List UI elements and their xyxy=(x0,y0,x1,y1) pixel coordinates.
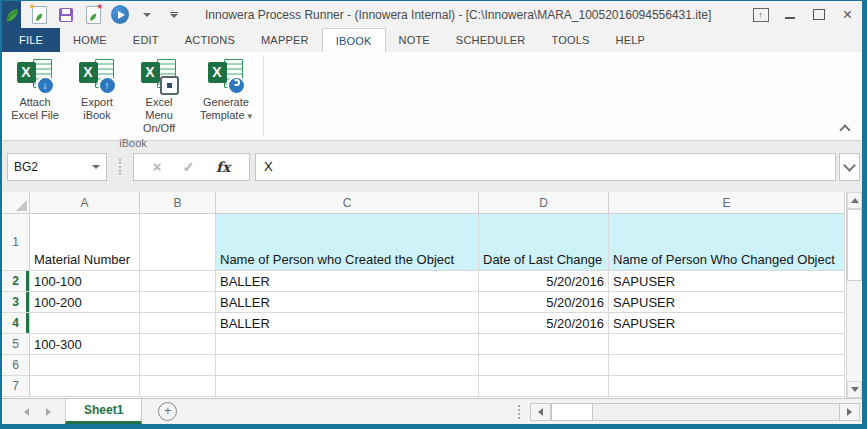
scroll-up-button[interactable] xyxy=(847,192,862,209)
cell-c7[interactable] xyxy=(216,376,479,397)
cell-d1[interactable]: Date of Last Change xyxy=(479,214,609,271)
button-label: Export xyxy=(81,96,113,108)
tab-mapper[interactable]: MAPPER xyxy=(248,28,322,52)
confirm-entry-button[interactable]: ✓ xyxy=(183,159,195,175)
insert-function-button[interactable]: fx xyxy=(216,159,230,175)
cell-a5[interactable]: 100-300 xyxy=(30,334,140,355)
close-button[interactable]: × xyxy=(833,2,862,27)
upload-arrow-icon: ↑ xyxy=(98,76,117,95)
ribbon-display-options-button[interactable]: ↑ xyxy=(746,2,775,27)
cell-d7[interactable] xyxy=(479,376,609,397)
row-header-7[interactable]: 7 xyxy=(2,376,30,397)
column-header-a[interactable]: A xyxy=(30,192,140,214)
cancel-entry-button[interactable]: × xyxy=(153,158,162,175)
vertical-scroll-thumb[interactable] xyxy=(847,209,862,281)
formula-input[interactable]: X xyxy=(255,153,836,181)
customize-quick-access-button[interactable] xyxy=(165,6,183,24)
row-header-4[interactable]: 4 xyxy=(2,313,30,334)
tab-file[interactable]: FILE xyxy=(2,28,60,52)
maximize-button[interactable] xyxy=(804,2,833,27)
cell-c1[interactable]: Name of Person who Created the Object xyxy=(216,214,479,271)
cell-d3[interactable]: 5/20/2016 xyxy=(479,292,609,313)
cell-d6[interactable] xyxy=(479,355,609,376)
horizontal-scroll-track[interactable] xyxy=(593,403,839,421)
run-dropdown-button[interactable] xyxy=(138,6,156,24)
row-header-6[interactable]: 6 xyxy=(2,355,30,376)
vertical-scrollbar[interactable] xyxy=(846,192,862,398)
cell-b5[interactable] xyxy=(140,334,216,355)
scroll-down-button[interactable] xyxy=(847,381,862,398)
cell-c6[interactable] xyxy=(216,355,479,376)
attach-excel-file-button[interactable]: X ↓ Attach Excel File xyxy=(5,55,65,124)
cell-b6[interactable] xyxy=(140,355,216,376)
tab-scrollbar-splitter[interactable] xyxy=(518,405,520,419)
chevron-down-icon xyxy=(843,159,856,172)
minimize-button[interactable] xyxy=(775,2,804,27)
new-file-button[interactable]: ★ xyxy=(84,6,102,24)
cell-c2[interactable]: BALLER xyxy=(216,271,479,292)
cell-e4[interactable]: SAPUSER xyxy=(609,313,845,334)
cell-e1[interactable]: Name of Person Who Changed Object xyxy=(609,214,845,271)
row-header-5[interactable]: 5 xyxy=(2,334,30,355)
tab-ibook[interactable]: IBOOK xyxy=(322,28,386,52)
tab-scheduler[interactable]: SCHEDULER xyxy=(443,28,539,52)
tab-actions[interactable]: ACTIONS xyxy=(172,28,248,52)
name-box[interactable]: BG2 xyxy=(7,153,107,181)
row-header-2[interactable]: 2 xyxy=(2,271,30,292)
cell-a6[interactable] xyxy=(30,355,140,376)
column-header-e[interactable]: E xyxy=(609,192,845,214)
cell-b7[interactable] xyxy=(140,376,216,397)
tab-tools[interactable]: TOOLS xyxy=(539,28,603,52)
sheet-tab-bar: Sheet1 + xyxy=(2,398,862,424)
tab-edit[interactable]: EDIT xyxy=(120,28,172,52)
add-sheet-button[interactable]: + xyxy=(158,402,177,421)
cell-a2[interactable]: 100-100 xyxy=(30,271,140,292)
cell-d4[interactable]: 5/20/2016 xyxy=(479,313,609,334)
next-sheet-button[interactable] xyxy=(46,408,51,416)
sheet-tab-sheet1[interactable]: Sheet1 xyxy=(65,399,142,424)
select-all-button[interactable] xyxy=(2,192,30,214)
collapse-ribbon-button[interactable] xyxy=(841,123,850,132)
cell-e3[interactable]: SAPUSER xyxy=(609,292,845,313)
expand-formula-bar-button[interactable] xyxy=(839,153,860,181)
tab-note[interactable]: NOTE xyxy=(386,28,443,52)
export-ibook-button[interactable]: X ↑ Export iBook xyxy=(67,55,127,124)
excel-menu-on-off-button[interactable]: X Excel Menu On/Off xyxy=(129,55,189,137)
cell-a7[interactable] xyxy=(30,376,140,397)
cell-e6[interactable] xyxy=(609,355,845,376)
generate-template-button[interactable]: X Generate Template ▾ xyxy=(191,55,261,125)
cell-a3[interactable]: 100-200 xyxy=(30,292,140,313)
cell-b2[interactable] xyxy=(140,271,216,292)
row-header-1[interactable]: 1 xyxy=(2,214,30,271)
previous-sheet-button[interactable] xyxy=(24,408,29,416)
column-header-b[interactable]: B xyxy=(140,192,216,214)
cell-e5[interactable] xyxy=(609,334,845,355)
cell-c4[interactable]: BALLER xyxy=(216,313,479,334)
scroll-left-button[interactable] xyxy=(530,403,551,421)
cell-b1[interactable] xyxy=(140,214,216,271)
horizontal-scroll-thumb[interactable] xyxy=(551,403,593,421)
cell-b3[interactable] xyxy=(140,292,216,313)
cell-a4[interactable] xyxy=(30,313,140,334)
cell-c3[interactable]: BALLER xyxy=(216,292,479,313)
cell-d5[interactable] xyxy=(479,334,609,355)
column-header-d[interactable]: D xyxy=(479,192,609,214)
cell-a1[interactable]: Material Number xyxy=(30,214,140,271)
open-file-button[interactable]: ★ xyxy=(30,6,48,24)
button-label: Excel Menu xyxy=(145,96,173,121)
cell-e7[interactable] xyxy=(609,376,845,397)
row-header-3[interactable]: 3 xyxy=(2,292,30,313)
tab-help[interactable]: HELP xyxy=(603,28,659,52)
column-header-c[interactable]: C xyxy=(216,192,479,214)
save-button[interactable] xyxy=(57,6,75,24)
chevron-down-icon xyxy=(92,165,100,169)
cell-b4[interactable] xyxy=(140,313,216,334)
cell-d2[interactable]: 5/20/2016 xyxy=(479,271,609,292)
run-button[interactable] xyxy=(111,6,129,24)
cell-c5[interactable] xyxy=(216,334,479,355)
formula-bar-splitter[interactable] xyxy=(119,159,121,175)
scroll-right-button[interactable] xyxy=(839,403,860,421)
cell-e2[interactable]: SAPUSER xyxy=(609,271,845,292)
horizontal-scrollbar[interactable] xyxy=(530,402,860,421)
tab-home[interactable]: HOME xyxy=(60,28,120,52)
